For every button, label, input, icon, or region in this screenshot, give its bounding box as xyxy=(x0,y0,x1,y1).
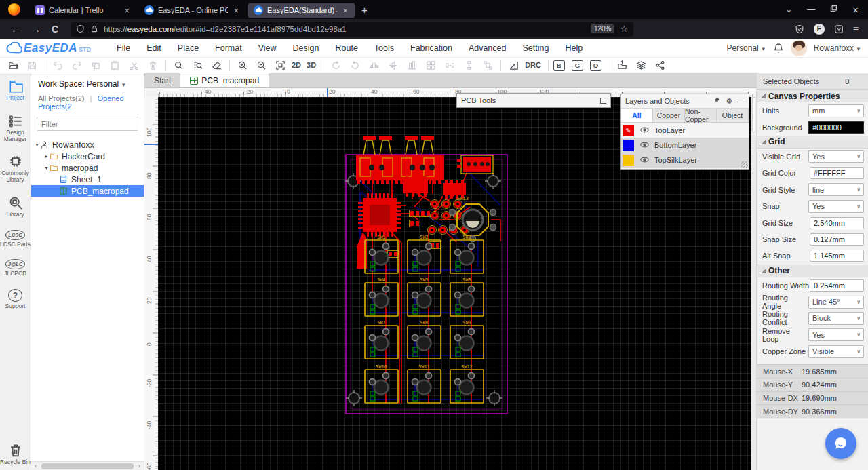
pocket-icon[interactable] xyxy=(834,24,844,34)
rail-item-support[interactable]: ?Support xyxy=(0,289,31,310)
routing-conflict-select[interactable]: Block∨ xyxy=(808,312,864,325)
group-icon[interactable] xyxy=(480,59,495,71)
background-swatch[interactable]: #000000 xyxy=(808,121,864,134)
tree-item-rowanfoxx[interactable]: ▾Rowanfoxx xyxy=(31,139,144,151)
grid-size-input[interactable] xyxy=(810,217,864,229)
account-icon[interactable]: F xyxy=(814,24,825,35)
section-header-grid[interactable]: Grid xyxy=(757,136,868,149)
layers-panel[interactable]: Layers and Objects ⚙ — AllCopperNon-Copp… xyxy=(620,94,749,170)
3d-view-button[interactable]: 3D xyxy=(307,61,316,69)
zoom-level-badge[interactable]: 120% xyxy=(591,24,615,33)
alt-snap-input[interactable] xyxy=(810,250,864,262)
copper-zone-select[interactable]: Visible∨ xyxy=(808,345,864,358)
units-select[interactable]: mm∨ xyxy=(808,104,864,117)
browser-tab[interactable]: EasyEDA - Online PCB design &× xyxy=(139,3,245,18)
key-switch-sw2[interactable]: SW2 xyxy=(408,235,441,274)
shield-icon[interactable] xyxy=(76,24,85,33)
new-tab-button[interactable]: + xyxy=(361,4,368,16)
resize-handle[interactable] xyxy=(741,161,748,168)
close-tab-icon[interactable]: × xyxy=(341,5,349,16)
url-bar[interactable]: https://easyeda.com/editor#id=d2e2387e1e… xyxy=(71,22,633,37)
gerber-button[interactable]: G xyxy=(572,60,583,71)
scroll-left-icon[interactable]: ‹ xyxy=(31,463,40,469)
menu-view[interactable]: View xyxy=(250,43,285,53)
close-window-button[interactable]: × xyxy=(852,4,859,16)
find-similar-icon[interactable] xyxy=(190,59,205,71)
canvas-scrollbar-thumb[interactable] xyxy=(752,97,755,132)
browser-tab[interactable]: Calendar | Trello× xyxy=(30,3,136,18)
key-switch-sw7[interactable]: SW7 xyxy=(365,320,398,359)
key-switch-sw5[interactable]: SW5 xyxy=(408,277,441,317)
menu-tools[interactable]: Tools xyxy=(366,43,402,53)
distribute-vertical-icon[interactable] xyxy=(461,59,476,71)
chat-support-button[interactable] xyxy=(825,428,856,459)
scroll-right-icon[interactable]: › xyxy=(135,463,144,469)
open-folder-icon[interactable] xyxy=(5,59,20,71)
rail-item-jlcpcb[interactable]: J@LCJLCPCB xyxy=(0,259,31,277)
layer-row-bottomlayer[interactable]: BottomLayer xyxy=(621,138,749,153)
drc-button[interactable]: DRC xyxy=(525,61,541,69)
reload-icon[interactable]: C xyxy=(52,24,58,35)
layers-tab-all[interactable]: All xyxy=(621,109,653,122)
remove-loop-select[interactable]: Yes∨ xyxy=(808,328,864,341)
layer-color-swatch[interactable] xyxy=(623,155,634,166)
menu-format[interactable]: Format xyxy=(207,43,250,53)
back-icon[interactable]: ← xyxy=(11,24,20,35)
distribute-horizontal-icon[interactable] xyxy=(442,59,457,71)
layer-row-topsilklayer[interactable]: TopSilkLayer xyxy=(621,153,749,168)
save-icon[interactable] xyxy=(24,59,39,71)
scrollbar-thumb[interactable] xyxy=(41,463,134,469)
avatar[interactable] xyxy=(791,40,807,56)
eye-icon[interactable] xyxy=(639,125,650,136)
bom-button[interactable]: B xyxy=(553,60,565,71)
tree-item-sheet_1[interactable]: Sheet_1 xyxy=(31,174,144,185)
export-icon[interactable] xyxy=(615,59,630,71)
key-switch-sw10[interactable]: SW10 xyxy=(365,364,398,404)
grid-color-input[interactable] xyxy=(810,167,864,179)
close-tab-icon[interactable]: × xyxy=(123,5,131,16)
browser-tab[interactable]: EasyEDA(Standard) - A Simple a× xyxy=(248,3,355,18)
flip-vertical-icon[interactable] xyxy=(385,59,400,71)
layer-color-swatch[interactable] xyxy=(623,140,634,151)
canvas-scrollbar[interactable] xyxy=(751,97,756,470)
rail-item-project[interactable]: Project xyxy=(0,79,31,102)
menu-route[interactable]: Route xyxy=(327,43,366,53)
order-button[interactable]: O xyxy=(590,60,601,71)
key-switch-sw12[interactable]: SW12 xyxy=(450,364,484,404)
menu-help[interactable]: Help xyxy=(557,43,591,53)
key-switch-sw11[interactable]: SW11 xyxy=(408,364,441,404)
layer-color-swatch[interactable]: ✎ xyxy=(623,125,634,136)
align-bottom-icon[interactable] xyxy=(404,59,419,71)
expander-icon[interactable]: ▾ xyxy=(34,142,40,148)
editor-tab-pcb_macropad[interactable]: PCB_macropad xyxy=(180,73,269,87)
paste-icon[interactable] xyxy=(107,59,122,71)
filter-input[interactable] xyxy=(37,117,138,131)
menu-fabrication[interactable]: Fabrication xyxy=(402,43,460,53)
key-switch-sw8[interactable]: SW8 xyxy=(408,320,441,359)
eye-icon[interactable] xyxy=(639,155,650,165)
rotate-left-icon[interactable] xyxy=(328,59,343,71)
zoom-out-icon[interactable] xyxy=(254,59,269,71)
align-grid-icon[interactable] xyxy=(423,59,438,71)
key-switch-sw1[interactable]: SW1 xyxy=(365,235,398,274)
key-switch-sw4[interactable]: SW4 xyxy=(365,277,398,317)
menu-file[interactable]: File xyxy=(108,43,138,53)
notifications-bell-icon[interactable] xyxy=(773,43,784,54)
eraser-icon[interactable] xyxy=(209,59,224,71)
bookmark-star-icon[interactable]: ☆ xyxy=(620,24,628,34)
rail-item-design-manager[interactable]: Design Manager xyxy=(0,113,31,143)
rail-item-recycle-bin[interactable]: Recycle Bin xyxy=(0,443,31,466)
search-icon[interactable] xyxy=(171,59,186,71)
routing-width-input[interactable] xyxy=(810,279,864,292)
key-switch-sw6[interactable]: SW6 xyxy=(450,277,484,317)
copy-icon[interactable] xyxy=(88,59,103,71)
cut-icon[interactable] xyxy=(126,59,141,71)
snap-size-input[interactable] xyxy=(810,233,864,246)
shield-check-icon[interactable] xyxy=(795,24,804,34)
layers-tab-copper[interactable]: Copper xyxy=(653,109,685,122)
visible-grid-select[interactable]: Yes∨ xyxy=(808,150,864,163)
rail-item-commonly-library[interactable]: Commonly Library xyxy=(0,154,31,184)
menu-setting[interactable]: Setting xyxy=(514,43,557,53)
workspace-selector[interactable]: Work Space: Personal▼ xyxy=(31,73,144,89)
expander-icon[interactable]: ▾ xyxy=(43,165,50,171)
